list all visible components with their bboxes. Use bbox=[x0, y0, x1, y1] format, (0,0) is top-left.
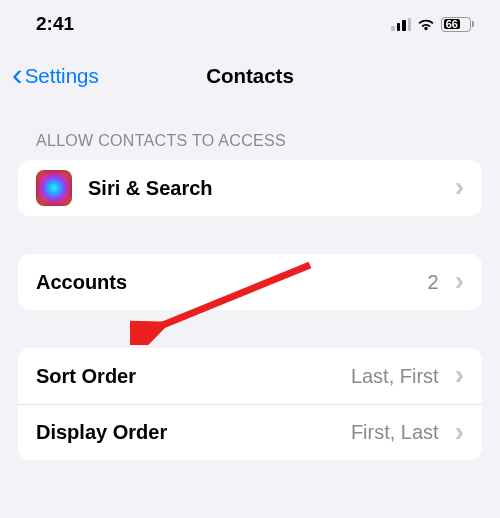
status-bar: 2:41 66 bbox=[0, 0, 500, 48]
page-title: Contacts bbox=[206, 64, 294, 88]
battery-level: 66 bbox=[444, 19, 461, 29]
row-value: First, Last bbox=[351, 421, 439, 444]
row-label: Display Order bbox=[36, 421, 335, 444]
status-indicators: 66 bbox=[391, 17, 474, 32]
chevron-right-icon: › bbox=[455, 267, 464, 295]
chevron-right-icon: › bbox=[455, 361, 464, 389]
siri-icon bbox=[36, 170, 72, 206]
battery-icon: 66 bbox=[441, 17, 474, 32]
section-header: ALLOW CONTACTS TO ACCESS bbox=[0, 132, 500, 160]
group-order: Sort Order Last, First › Display Order F… bbox=[18, 348, 482, 460]
row-sort-order[interactable]: Sort Order Last, First › bbox=[18, 348, 482, 404]
row-value: Last, First bbox=[351, 365, 439, 388]
row-label: Siri & Search bbox=[88, 177, 439, 200]
row-label: Accounts bbox=[36, 271, 412, 294]
chevron-right-icon: › bbox=[455, 173, 464, 201]
back-label: Settings bbox=[25, 64, 99, 88]
content: ALLOW CONTACTS TO ACCESS Siri & Search ›… bbox=[0, 104, 500, 460]
status-time: 2:41 bbox=[36, 13, 74, 35]
row-siri-search[interactable]: Siri & Search › bbox=[18, 160, 482, 216]
row-display-order[interactable]: Display Order First, Last › bbox=[18, 404, 482, 460]
chevron-left-icon: ‹ bbox=[12, 58, 23, 90]
row-value: 2 bbox=[428, 271, 439, 294]
nav-bar: ‹ Settings Contacts bbox=[0, 48, 500, 104]
group-accounts: Accounts 2 › bbox=[18, 254, 482, 310]
cellular-icon bbox=[391, 18, 411, 31]
group-access: Siri & Search › bbox=[18, 160, 482, 216]
row-label: Sort Order bbox=[36, 365, 335, 388]
chevron-right-icon: › bbox=[455, 418, 464, 446]
row-accounts[interactable]: Accounts 2 › bbox=[18, 254, 482, 310]
back-button[interactable]: ‹ Settings bbox=[12, 62, 99, 90]
wifi-icon bbox=[416, 17, 436, 32]
